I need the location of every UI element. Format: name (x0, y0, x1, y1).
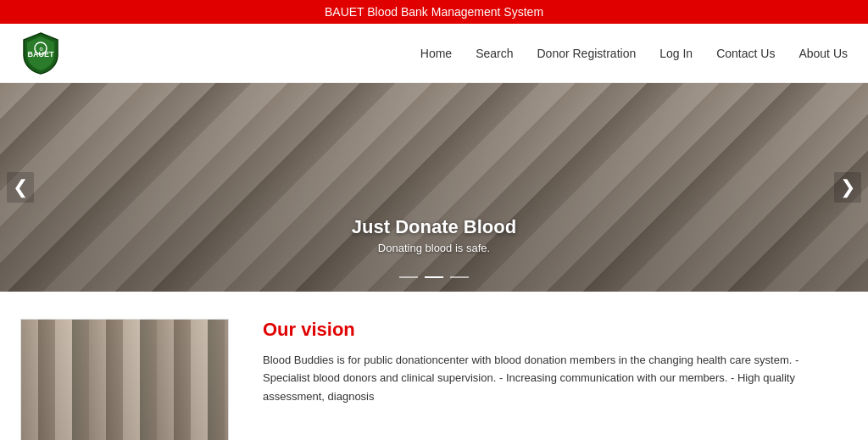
hero-title: Just Donate Blood (352, 216, 516, 238)
carousel-next-button[interactable]: ❯ (834, 172, 861, 203)
carousel-indicators (399, 276, 469, 278)
nav-search[interactable]: Search (476, 47, 513, 60)
header: BAUET ⚙ Home Search Donor Registration L… (0, 24, 868, 83)
main-nav: Home Search Donor Registration Log In Co… (420, 47, 848, 60)
hero-carousel: ❮ ❯ Just Donate Blood Donating blood is … (0, 83, 868, 292)
content-image (20, 319, 229, 440)
carousel-prev-button[interactable]: ❮ (7, 172, 34, 203)
logo[interactable]: BAUET ⚙ (20, 31, 61, 75)
nav-donor-registration[interactable]: Donor Registration (537, 47, 636, 60)
nav-contact-us[interactable]: Contact Us (716, 47, 775, 60)
top-banner: BAUET Blood Bank Management System (0, 0, 868, 24)
carousel-indicator-3[interactable] (450, 276, 469, 278)
nav-about-us[interactable]: About Us (798, 47, 848, 60)
content-section: Our vision Blood Buddies is for public d… (0, 292, 868, 440)
vision-title: Our vision (263, 319, 848, 341)
svg-text:⚙: ⚙ (39, 47, 43, 52)
nav-home[interactable]: Home (420, 47, 452, 60)
hero-overlay (0, 83, 868, 292)
vision-block: Our vision Blood Buddies is for public d… (263, 319, 848, 405)
hero-caption: Just Donate Blood Donating blood is safe… (352, 216, 516, 254)
nav-login[interactable]: Log In (659, 47, 693, 60)
vision-text: Blood Buddies is for public donationcent… (263, 351, 848, 405)
carousel-indicator-2[interactable] (425, 276, 443, 278)
logo-shield-icon: BAUET ⚙ (20, 31, 61, 75)
hero-subtitle: Donating blood is safe. (352, 242, 516, 254)
carousel-indicator-1[interactable] (399, 276, 418, 278)
banner-text: BAUET Blood Bank Management System (325, 5, 543, 19)
